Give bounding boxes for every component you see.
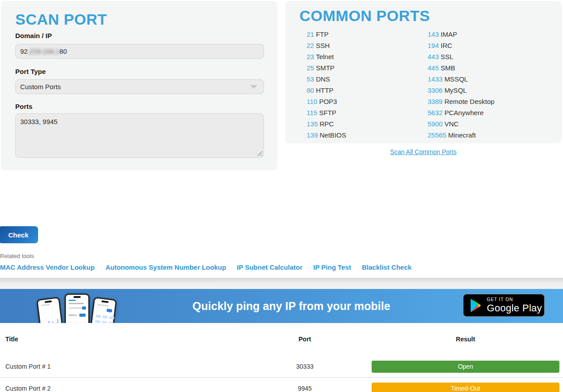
common-port-number[interactable]: 25565 — [428, 131, 446, 139]
common-ports-left-column: 21FTP22SSH23Telnet25SMTP53DNS80HTTP110PO… — [307, 30, 346, 142]
common-port-number[interactable]: 3389 — [428, 98, 442, 105]
common-port-name: Minecraft — [448, 131, 476, 139]
port-type-select[interactable]: Custom Ports — [15, 79, 264, 94]
related-tool-link[interactable]: IP Ping Test — [313, 263, 351, 271]
common-port-number[interactable]: 3306 — [428, 86, 442, 94]
results-header-title: Title — [0, 336, 273, 343]
scan-port-panel: SCAN PORT Domain / IP 92.219.154.180 Por… — [1, 1, 277, 170]
common-port-number[interactable]: 5632 — [428, 109, 442, 116]
common-port-number[interactable]: 135 — [307, 120, 318, 128]
port-type-label: Port Type — [15, 68, 46, 75]
common-port-item[interactable]: 21FTP — [307, 30, 346, 42]
ports-textarea[interactable]: 30333, 9945 — [15, 113, 264, 158]
common-port-number[interactable]: 53 — [307, 75, 314, 83]
common-port-number[interactable]: 443 — [428, 53, 439, 60]
common-port-name: FTP — [316, 30, 329, 38]
common-port-number[interactable]: 21 — [307, 30, 314, 38]
results-header-result: Result — [372, 336, 559, 343]
common-port-item[interactable]: 3389Remote Desktop — [428, 98, 494, 109]
phone-mockup-center-icon — [65, 293, 90, 323]
ports-value: 30333, 9945 — [20, 118, 57, 125]
scan-port-title: SCAN PORT — [15, 11, 107, 28]
related-tool-link[interactable]: MAC Address Vendor Lookup — [0, 263, 95, 271]
common-port-item[interactable]: 5632PCAnywhere — [428, 109, 494, 120]
common-port-number[interactable]: 445 — [428, 64, 439, 72]
related-tool-link[interactable]: Blacklist Check — [362, 263, 411, 271]
common-port-item[interactable]: 110POP3 — [307, 98, 346, 109]
domain-ip-value-prefix: 92 — [20, 47, 28, 55]
common-port-number[interactable]: 1433 — [428, 75, 442, 83]
related-tool-link[interactable]: IP Subnet Calculator — [237, 263, 302, 271]
common-port-name: SSH — [316, 42, 330, 49]
results-header-port: Port — [273, 336, 337, 343]
resize-handle-icon[interactable] — [257, 151, 262, 156]
status-badge: Open — [372, 361, 559, 373]
common-port-name: IMAP — [441, 30, 457, 38]
related-tool-link[interactable]: Autonomous System Number Lookup — [105, 263, 226, 271]
common-port-item[interactable]: 135RPC — [307, 120, 346, 131]
phone-mockup-right-icon — [87, 297, 117, 323]
google-play-badge[interactable]: GET IT ON Google Play — [463, 294, 545, 317]
domain-ip-label: Domain / IP — [15, 32, 52, 39]
status-badge: Timed-Out — [372, 383, 559, 392]
common-port-item[interactable]: 139NetBIOS — [307, 131, 346, 142]
phone-mockup-left-icon — [36, 297, 66, 323]
common-port-name: SMTP — [316, 64, 335, 72]
common-port-name: IRC — [441, 42, 452, 49]
common-port-item[interactable]: 445SMB — [428, 64, 494, 75]
common-port-item[interactable]: 443SSL — [428, 53, 494, 64]
common-port-name: Remote Desktop — [444, 98, 494, 105]
domain-ip-value-suffix: 80 — [60, 47, 67, 55]
common-port-item[interactable]: 143IMAP — [428, 30, 494, 42]
related-tools-links: MAC Address Vendor LookupAutonomous Syst… — [0, 263, 448, 271]
google-play-get-it-on: GET IT ON — [487, 297, 542, 302]
common-port-number[interactable]: 23 — [307, 53, 314, 60]
scan-all-common-ports-link[interactable]: Scan All Common Ports — [285, 148, 562, 155]
common-port-item[interactable]: 25SMTP — [307, 64, 346, 75]
google-play-wordmark: Google Play — [487, 303, 542, 313]
result-row-title: Custom Port # 2 — [0, 385, 273, 392]
common-port-name: Telnet — [316, 53, 334, 60]
result-row-port: 30333 — [273, 363, 337, 370]
common-port-name: VNC — [444, 120, 459, 128]
common-port-number[interactable]: 194 — [428, 42, 439, 49]
common-port-name: NetBIOS — [320, 131, 346, 139]
common-port-name: PCAnywhere — [444, 109, 484, 116]
common-port-item[interactable]: 194IRC — [428, 42, 494, 53]
common-ports-title: COMMON PORTS — [299, 7, 430, 25]
common-port-number[interactable]: 110 — [307, 98, 317, 105]
common-port-number[interactable]: 115 — [307, 109, 317, 116]
common-port-item[interactable]: 5900VNC — [428, 120, 494, 131]
domain-ip-input[interactable]: 92.219.154.180 — [15, 44, 264, 59]
common-port-number[interactable]: 139 — [307, 131, 318, 139]
table-row: Custom Port # 130333Open — [0, 355, 563, 377]
common-port-name: SMB — [441, 64, 455, 72]
common-port-item[interactable]: 1433MSSQL — [428, 75, 494, 86]
common-port-number[interactable]: 25 — [307, 64, 314, 72]
common-port-number[interactable]: 22 — [307, 42, 314, 49]
common-port-number[interactable]: 5900 — [428, 120, 442, 128]
scan-results-table: Title Port Result Custom Port # 130333Op… — [0, 323, 563, 392]
port-type-selected-value: Custom Ports — [20, 80, 61, 94]
common-port-item[interactable]: 25565Minecraft — [428, 131, 494, 142]
google-play-icon — [470, 299, 482, 312]
result-row-port: 9945 — [273, 385, 337, 392]
common-port-name: SSL — [441, 53, 453, 60]
domain-ip-redacted-segment: .219.154.1 — [28, 47, 60, 55]
common-port-number[interactable]: 80 — [307, 86, 314, 94]
common-ports-panel: COMMON PORTS 21FTP22SSH23Telnet25SMTP53D… — [285, 1, 562, 143]
common-port-item[interactable]: 23Telnet — [307, 53, 346, 64]
common-port-item[interactable]: 115SFTP — [307, 109, 346, 120]
phones-illustration — [37, 292, 117, 323]
common-port-number[interactable]: 143 — [428, 30, 439, 38]
common-port-name: HTTP — [316, 86, 333, 94]
check-button[interactable]: Check — [0, 226, 38, 243]
common-port-item[interactable]: 22SSH — [307, 42, 346, 53]
chevron-down-icon — [250, 85, 257, 89]
common-port-item[interactable]: 80HTTP — [307, 86, 346, 98]
table-row: Custom Port # 29945Timed-Out — [0, 377, 563, 392]
common-port-item[interactable]: 53DNS — [307, 75, 346, 86]
common-port-name: DNS — [316, 75, 330, 83]
common-port-item[interactable]: 3306MySQL — [428, 86, 494, 98]
results-header-row: Title Port Result — [0, 323, 563, 355]
